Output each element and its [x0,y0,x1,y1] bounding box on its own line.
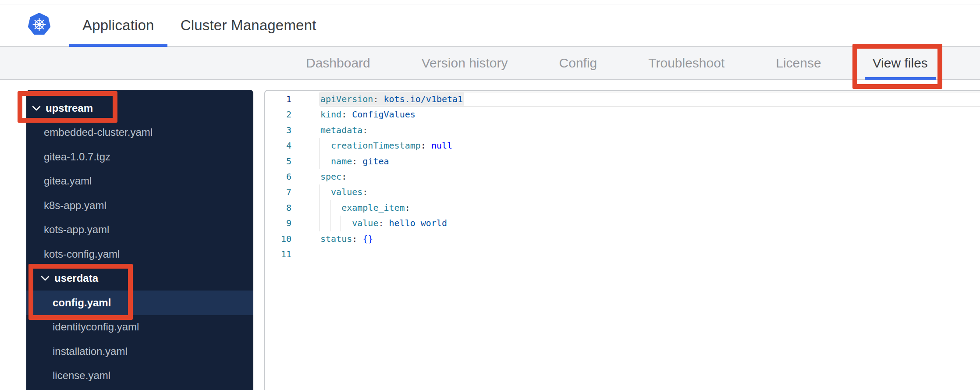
code-token: : [341,171,347,182]
tree-file-kots-app[interactable]: kots-app.yaml [26,218,253,242]
code-text: name: gitea [320,154,389,169]
code-line: 9 value: hello world [265,216,980,231]
code-token: : [362,187,368,197]
indent-guide [330,200,330,216]
tab-version-history-label: Version history [422,56,508,71]
chevron-down-icon[interactable] [41,276,50,281]
tree-file-identityconfig[interactable]: identityconfig.yaml [26,315,253,340]
indent-guide [320,200,320,216]
tree-folder-userdata[interactable]: userdata [26,266,253,291]
code-token: value [320,218,378,228]
code-token: example_item [320,202,405,213]
indent-guide [330,216,330,231]
code-line: 1 apiVersion: kots.io/v1beta1 [265,92,980,107]
code-text: spec: [320,169,347,184]
code-line: 7 values: [265,184,980,200]
tab-dashboard[interactable]: Dashboard [298,47,378,79]
tree-folder-label: upstream [46,102,93,114]
code-token: spec [320,171,341,182]
tab-application-label: Application [82,17,154,34]
tree-file-kots-config[interactable]: kots-config.yaml [26,242,253,266]
line-number: 7 [265,184,291,200]
code-token: status [320,234,352,244]
code-line: 5 name: gitea [265,154,980,169]
code-line: 3 metadata: [265,123,980,138]
code-token: : [352,234,362,244]
code-token: hello world [389,218,447,228]
code-editor[interactable]: 1 apiVersion: kots.io/v1beta1 2 kind: Co… [264,90,980,390]
code-token: {} [362,234,373,244]
subnav-tabs: Dashboard Version history Config Trouble… [298,47,936,79]
tree-folder-label: userdata [54,272,98,284]
indent-guide [320,216,320,231]
code-token: : [362,125,368,135]
tree-file-config-yaml-selected[interactable]: config.yaml [26,291,253,315]
tab-license-label: License [776,56,821,71]
line-number: 9 [265,216,291,231]
code-token: apiVersion [320,94,373,104]
code-text: values: [320,184,368,200]
tree-file-installation[interactable]: installation.yaml [26,339,253,364]
code-text: example_item: [320,200,410,216]
tab-version-history[interactable]: Version history [414,47,516,79]
tab-view-files[interactable]: View files [865,47,936,79]
code-token: creationTimestamp [320,140,421,151]
tab-troubleshoot[interactable]: Troubleshoot [640,47,732,79]
line-number: 1 [265,92,291,107]
code-token: ConfigValues [352,109,415,120]
code-line: 2 kind: ConfigValues [265,107,980,122]
code-token: gitea [362,156,389,167]
tree-file-label: embedded-cluster.yaml [44,126,153,138]
app-subnav: Dashboard Version history Config Trouble… [0,47,980,80]
tab-view-files-label: View files [873,56,928,71]
code-token: metadata [320,125,362,135]
tree-file-label: kots-app.yaml [44,223,109,236]
chevron-down-icon[interactable] [32,106,41,111]
tree-file-label: gitea.yaml [44,175,92,187]
code-text: kind: ConfigValues [320,107,415,122]
code-token: : [352,156,362,167]
line-number: 5 [265,154,291,169]
tree-file-k8s-app[interactable]: k8s-app.yaml [26,193,253,218]
tree-file-gitea-yaml[interactable]: gitea.yaml [26,169,253,194]
active-tab-underline [865,77,936,80]
code-text: value: hello world [320,216,447,231]
tree-folder-upstream[interactable]: upstream [26,96,253,121]
tab-license[interactable]: License [768,47,829,79]
indent-guide [320,138,320,153]
line-number: 2 [265,107,291,122]
indent-guide [320,154,320,169]
tab-cluster-management-label: Cluster Management [181,17,316,34]
code-token: : [405,202,410,213]
tree-file-label: kots-config.yaml [44,248,120,260]
code-token: name [320,156,352,167]
tree-file-embedded-cluster[interactable]: embedded-cluster.yaml [26,121,253,145]
tab-dashboard-label: Dashboard [306,56,370,71]
kubernetes-logo-icon [27,12,51,36]
indent-guide [320,184,320,200]
tree-file-label: identityconfig.yaml [53,321,139,333]
code-line: 10 status: {} [265,231,980,247]
primary-tabs: Application Cluster Management [69,4,330,46]
tree-file-gitea-tgz[interactable]: gitea-1.0.7.tgz [26,145,253,169]
code-text: status: {} [320,231,373,247]
line-number: 6 [265,169,291,184]
tree-file-label: license.yaml [53,369,110,382]
code-token: : [421,140,431,151]
line-number: 11 [265,247,291,262]
tab-cluster-management[interactable]: Cluster Management [167,4,330,46]
code-token: : [378,218,389,228]
tab-config[interactable]: Config [551,47,605,79]
code-line: 8 example_item: [265,200,980,216]
code-token: values [320,187,362,197]
tab-config-label: Config [559,56,597,71]
app-header: Application Cluster Management [0,4,980,47]
tree-file-label: gitea-1.0.7.tgz [44,151,110,163]
line-number: 4 [265,138,291,153]
tree-file-license[interactable]: license.yaml [26,364,253,388]
file-tree-sidebar: upstream embedded-cluster.yaml gitea-1.0… [26,90,253,390]
tree-file-label: k8s-app.yaml [44,199,107,212]
code-text: apiVersion: kots.io/v1beta1 [320,92,463,107]
indent-guide [341,216,341,231]
tab-application[interactable]: Application [69,4,167,46]
